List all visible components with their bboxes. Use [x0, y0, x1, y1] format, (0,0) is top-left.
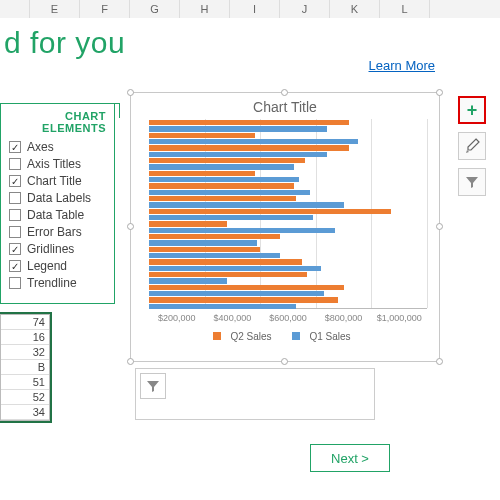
- checkbox-label: Trendline: [27, 276, 77, 290]
- recommendations-placeholder: [135, 368, 375, 420]
- checkbox-label: Error Bars: [27, 225, 82, 239]
- checkbox[interactable]: [9, 192, 21, 204]
- chart-filters-button[interactable]: [458, 168, 486, 196]
- visible-data-cells[interactable]: 741632B515234: [0, 314, 50, 421]
- checkbox[interactable]: ✓: [9, 260, 21, 272]
- checkbox-label: Data Table: [27, 208, 84, 222]
- chart-title[interactable]: Chart Title: [131, 93, 439, 119]
- legend-q2: Q2 Sales: [230, 331, 271, 342]
- learn-more-link[interactable]: Learn More: [369, 58, 435, 73]
- chart-x-axis: $200,000$400,000$600,000$800,000$1,000,0…: [149, 313, 427, 323]
- chart-element-option[interactable]: ✓Axes: [9, 140, 106, 154]
- chart-side-tools: +: [458, 96, 488, 204]
- chart-styles-button[interactable]: [458, 132, 486, 160]
- checkbox[interactable]: ✓: [9, 141, 21, 153]
- chart-elements-title: CHART ELEMENTS: [9, 110, 106, 134]
- chart-elements-button[interactable]: +: [458, 96, 486, 124]
- chart-element-option[interactable]: Data Table: [9, 208, 106, 222]
- column-headers: EFGHIJKL: [0, 0, 500, 18]
- checkbox[interactable]: [9, 209, 21, 221]
- chart-element-option[interactable]: ✓Gridlines: [9, 242, 106, 256]
- checkbox-label: Axes: [27, 140, 54, 154]
- checkbox-label: Axis Titles: [27, 157, 81, 171]
- checkbox-label: Chart Title: [27, 174, 82, 188]
- checkbox[interactable]: ✓: [9, 243, 21, 255]
- cell[interactable]: B: [1, 360, 49, 375]
- checkbox[interactable]: [9, 158, 21, 170]
- checkbox[interactable]: ✓: [9, 175, 21, 187]
- funnel-icon: [146, 379, 160, 393]
- chart-container[interactable]: Chart Title $200,000$400,000$600,000$800…: [130, 92, 440, 362]
- chart-element-option[interactable]: ✓Legend: [9, 259, 106, 273]
- checkbox-label: Gridlines: [27, 242, 74, 256]
- cell[interactable]: 16: [1, 330, 49, 345]
- checkbox-label: Legend: [27, 259, 67, 273]
- checkbox[interactable]: [9, 277, 21, 289]
- chart-legend[interactable]: Q2 Sales Q1 Sales: [131, 331, 439, 342]
- cell[interactable]: 52: [1, 390, 49, 405]
- cell[interactable]: 74: [1, 315, 49, 330]
- filter-button[interactable]: [140, 373, 166, 399]
- chart-element-option[interactable]: Error Bars: [9, 225, 106, 239]
- plus-icon: +: [467, 100, 478, 121]
- chart-plot-area[interactable]: [149, 119, 427, 309]
- cell[interactable]: 51: [1, 375, 49, 390]
- brush-icon: [464, 138, 480, 154]
- chart-element-option[interactable]: ✓Chart Title: [9, 174, 106, 188]
- chart-elements-list: ✓AxesAxis Titles✓Chart TitleData LabelsD…: [9, 140, 106, 290]
- next-button[interactable]: Next >: [310, 444, 390, 472]
- checkbox-label: Data Labels: [27, 191, 91, 205]
- checkbox[interactable]: [9, 226, 21, 238]
- chart-elements-callout: CHART ELEMENTS ✓AxesAxis Titles✓Chart Ti…: [0, 103, 115, 304]
- chart-element-option[interactable]: Data Labels: [9, 191, 106, 205]
- legend-q1: Q1 Sales: [309, 331, 350, 342]
- chart-element-option[interactable]: Trendline: [9, 276, 106, 290]
- cell[interactable]: 34: [1, 405, 49, 420]
- chart-element-option[interactable]: Axis Titles: [9, 157, 106, 171]
- funnel-icon: [465, 175, 479, 189]
- cell[interactable]: 32: [1, 345, 49, 360]
